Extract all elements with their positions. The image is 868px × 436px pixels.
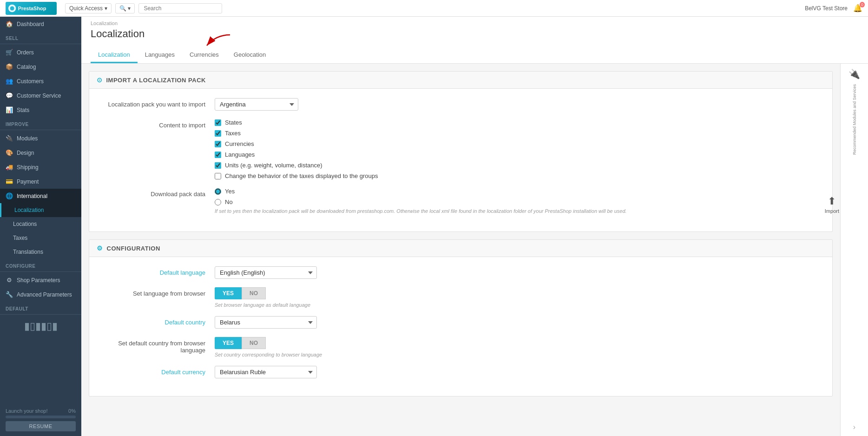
dashboard-icon: 🏠 <box>6 20 13 27</box>
launch-label: Launch your shop! <box>6 408 48 414</box>
search-icon-button[interactable]: 🔍 ▾ <box>115 3 135 13</box>
set-country-yes-btn[interactable]: YES <box>215 337 242 349</box>
pack-select[interactable]: Argentina Brazil France Germany Spain Un… <box>215 98 298 111</box>
tab-localization[interactable]: Localization <box>91 47 138 63</box>
sidebar-item-customers[interactable]: 👥 Customers <box>0 74 81 88</box>
checkbox-change-taxes[interactable]: Change the behavior of the taxes display… <box>215 172 818 179</box>
sidebar-item-shipping[interactable]: 🚚 Shipping <box>0 160 81 174</box>
sidebar-item-advanced-parameters[interactable]: 🔧 Advanced Parameters <box>0 287 81 302</box>
right-panel: 🔌 Recommended Modules and Services › <box>840 64 868 436</box>
sidebar-item-translations[interactable]: Translations <box>0 245 81 259</box>
content-import-row: Content to import States Taxe <box>103 119 818 179</box>
quick-access-button[interactable]: Quick Access ▾ <box>65 3 112 13</box>
default-currency-label[interactable]: Default currency <box>103 366 205 376</box>
sidebar-item-customer-service[interactable]: 💬 Customer Service <box>0 88 81 103</box>
download-control: Yes No If set to yes then the localizati… <box>215 188 818 214</box>
checkbox-languages[interactable]: Languages <box>215 151 818 158</box>
logo-area: PrestaShop <box>6 2 57 15</box>
radio-no-input[interactable] <box>215 199 221 205</box>
svg-text:PrestaShop: PrestaShop <box>18 5 46 11</box>
set-language-label: Set language from browser <box>103 287 205 297</box>
tab-currencies[interactable]: Currencies <box>182 47 226 63</box>
import-section: ⊙ IMPORT A LOCALIZATION PACK Localizatio… <box>89 71 833 232</box>
checkbox-languages-label: Languages <box>225 151 255 158</box>
default-language-control: English (English) French (Français) Span… <box>215 266 818 279</box>
default-language-row: Default language English (English) Frenc… <box>103 266 818 279</box>
import-section-header: ⊙ IMPORT A LOCALIZATION PACK <box>89 72 832 89</box>
default-language-label[interactable]: Default language <box>103 266 205 276</box>
store-name: BelVG Test Store <box>805 5 848 12</box>
radio-yes-input[interactable] <box>215 188 221 195</box>
sidebar-item-taxes[interactable]: Taxes <box>0 231 81 245</box>
right-panel-chevron[interactable]: › <box>853 423 855 431</box>
tab-geolocation[interactable]: Geolocation <box>226 47 273 63</box>
checkbox-units[interactable]: Units (e.g. weight, volume, distance) <box>215 162 818 169</box>
sidebar-item-dashboard[interactable]: 🏠 Dashboard <box>0 17 81 31</box>
sidebar-item-catalog[interactable]: 📦 Catalog <box>0 59 81 74</box>
config-header-icon: ⚙ <box>97 244 103 252</box>
default-language-select[interactable]: English (English) French (Français) Span… <box>215 266 317 279</box>
checkbox-taxes-label: Taxes <box>225 130 241 137</box>
radio-yes[interactable]: Yes <box>215 188 818 195</box>
default-country-control: Belarus France Germany United States <box>215 316 818 329</box>
default-country-label[interactable]: Default country <box>103 316 205 326</box>
download-label: Download pack data <box>103 188 205 198</box>
tab-languages[interactable]: Languages <box>138 47 182 63</box>
bell-icon[interactable]: 🔔 0 <box>853 4 862 13</box>
set-language-yes-btn[interactable]: YES <box>215 287 242 299</box>
checkbox-states-input[interactable] <box>215 119 221 126</box>
sidebar-item-international[interactable]: 🌐 International <box>0 189 81 203</box>
sidebar-item-payment[interactable]: 💳 Payment <box>0 174 81 189</box>
progress-bar <box>6 416 76 418</box>
checkbox-currencies-input[interactable] <box>215 141 221 147</box>
dashboard-label: Dashboard <box>17 21 44 27</box>
stats-label: Stats <box>17 107 29 113</box>
checkbox-units-input[interactable] <box>215 162 221 169</box>
checkbox-languages-input[interactable] <box>215 152 221 158</box>
checkbox-change-taxes-label: Change the behavior of the taxes display… <box>225 172 378 179</box>
import-header-label: IMPORT A LOCALIZATION PACK <box>106 77 206 84</box>
sidebar-item-locations[interactable]: Locations <box>0 217 81 231</box>
checkbox-states[interactable]: States <box>215 119 818 126</box>
resume-button[interactable]: RESUME <box>6 421 76 431</box>
sidebar-bottom: Launch your shop! 0% RESUME <box>0 403 81 436</box>
launch-percent: 0% <box>68 408 76 414</box>
default-country-select[interactable]: Belarus France Germany United States <box>215 316 317 329</box>
sidebar-item-modules[interactable]: 🔌 Modules <box>0 131 81 145</box>
config-section-body: Default language English (English) Frenc… <box>89 257 832 396</box>
default-currency-select[interactable]: Belarusian Ruble Euro US Dollar <box>215 366 317 378</box>
set-country-help: Set country corresponding to browser lan… <box>215 352 818 357</box>
set-country-no-btn[interactable]: NO <box>242 337 266 349</box>
locations-sub-label: Locations <box>13 221 37 227</box>
set-language-no-btn[interactable]: NO <box>242 287 266 299</box>
sidebar-item-shop-parameters[interactable]: ⚙ Shop Parameters <box>0 273 81 287</box>
pack-label: Localization pack you want to import <box>103 98 205 108</box>
sidebar-item-design[interactable]: 🎨 Design <box>0 145 81 160</box>
barcode-area: ▮▯▮▮▯▮ <box>0 316 81 337</box>
import-button[interactable]: ⬆ Import <box>825 195 839 214</box>
set-country-row: Set default country from browser languag… <box>103 337 818 357</box>
sidebar-item-stats[interactable]: 📊 Stats <box>0 103 81 117</box>
checkbox-currencies[interactable]: Currencies <box>215 140 818 147</box>
dropdown-arrow-icon: ▾ <box>105 5 107 12</box>
sidebar-item-orders[interactable]: 🛒 Orders <box>0 45 81 59</box>
radio-no[interactable]: No <box>215 198 818 205</box>
advanced-parameters-icon: 🔧 <box>6 291 13 298</box>
search-input[interactable] <box>138 3 222 13</box>
main-content: ⊙ IMPORT A LOCALIZATION PACK Localizatio… <box>81 64 868 436</box>
bell-badge: 0 <box>860 2 865 7</box>
import-float-area: ⬆ Import <box>825 195 839 214</box>
checkbox-change-taxes-input[interactable] <box>215 173 221 179</box>
page-header: Localization Localization <box>81 17 868 64</box>
international-label: International <box>17 193 47 199</box>
set-country-control: YES NO Set country corresponding to brow… <box>215 337 818 357</box>
topbar-right: BelVG Test Store 🔔 0 <box>805 4 862 13</box>
checkbox-taxes-input[interactable] <box>215 130 221 137</box>
shipping-label: Shipping <box>17 164 39 171</box>
design-icon: 🎨 <box>6 149 13 156</box>
radio-yes-label: Yes <box>225 188 235 195</box>
checkbox-taxes[interactable]: Taxes <box>215 130 818 137</box>
international-icon: 🌐 <box>6 192 13 199</box>
sidebar-item-localization[interactable]: Localization <box>0 203 81 217</box>
sidebar: 🏠 Dashboard SELL 🛒 Orders 📦 Catalog 👥 Cu… <box>0 17 81 436</box>
